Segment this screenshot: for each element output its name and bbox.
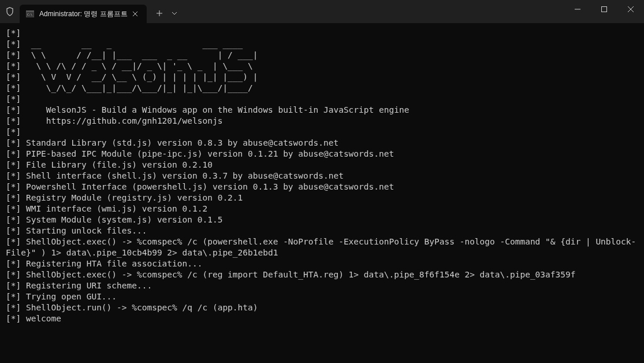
minimize-button[interactable] (564, 0, 591, 18)
svg-rect-3 (602, 7, 607, 12)
terminal-line: [*] ShellObject.exec() -> %comspec% /c (… (6, 269, 638, 280)
tab-dropdown-button[interactable] (167, 5, 181, 21)
terminal-line: [*] Registering HTA file association... (6, 258, 638, 269)
terminal-output[interactable]: [*][*] __ __ _ ___ ____[*] \ \ / /__| |_… (0, 23, 644, 329)
maximize-button[interactable] (591, 0, 617, 18)
terminal-line: [*] System Module (system.js) version 0.… (6, 214, 638, 225)
close-button[interactable] (617, 0, 644, 18)
terminal-line: [*] welcome (6, 313, 638, 324)
terminal-line: [*] https://github.com/gnh1201/welsonjs (6, 116, 638, 127)
terminal-line: [*] Starting unlock files... (6, 225, 638, 236)
terminal-line: [*] \ V V / __/ \__ \ (_) | | | | |_| |_… (6, 72, 638, 83)
new-tab-button[interactable] (151, 5, 167, 21)
terminal-line: [*] Trying open GUI... (6, 291, 638, 302)
terminal-line: [*] \_/\_/ \___|_|___/\___/|_| |_|\___/|… (6, 83, 638, 94)
terminal-line: [*] Registry Module (registry.js) versio… (6, 192, 638, 203)
terminal-line: [*] (6, 28, 638, 39)
terminal-line: [*] Shell interface (shell.js) version 0… (6, 171, 638, 182)
terminal-line: [*] __ __ _ ___ ____ (6, 39, 638, 50)
svg-text:C:\: C:\ (27, 13, 32, 16)
tab-close-button[interactable] (129, 8, 141, 20)
terminal-line: [*] PIPE-based IPC Module (pipe-ipc.js) … (6, 149, 638, 160)
app-shield-icon (5, 6, 15, 17)
terminal-tab[interactable]: C:\ Administrator: 명령 프롬프트 (20, 5, 147, 23)
terminal-line: [*] Registering URI scheme... (6, 280, 638, 291)
tab-title: Administrator: 명령 프롬프트 (39, 9, 129, 19)
terminal-line: [*] WelsonJS - Build a Windows app on th… (6, 105, 638, 116)
terminal-line: [*] File Library (file.js) version 0.2.1… (6, 160, 638, 171)
cmd-icon: C:\ (25, 9, 35, 18)
terminal-line: [*] Powershell Interface (powershell.js)… (6, 182, 638, 192)
terminal-line: [*] \ \ /\ / / _ \ / __|/ _ \| '_ \ _ | … (6, 61, 638, 72)
terminal-line: [*] (6, 127, 638, 138)
titlebar: C:\ Administrator: 명령 프롬프트 (0, 0, 644, 23)
terminal-line: [*] \ \ / /__| |___ ___ _ __ | / ___| (6, 50, 638, 61)
terminal-line: [*] Standard Library (std.js) version 0.… (6, 138, 638, 149)
terminal-line: [*] (6, 94, 638, 105)
window-controls (564, 0, 644, 23)
terminal-line: [*] ShellObject.run() -> %comspec% /q /c… (6, 302, 638, 313)
terminal-line: [*] WMI interface (wmi.js) version 0.1.2 (6, 203, 638, 214)
terminal-line: [*] ShellObject.exec() -> %comspec% /c (… (6, 236, 638, 258)
svg-rect-1 (26, 10, 34, 12)
